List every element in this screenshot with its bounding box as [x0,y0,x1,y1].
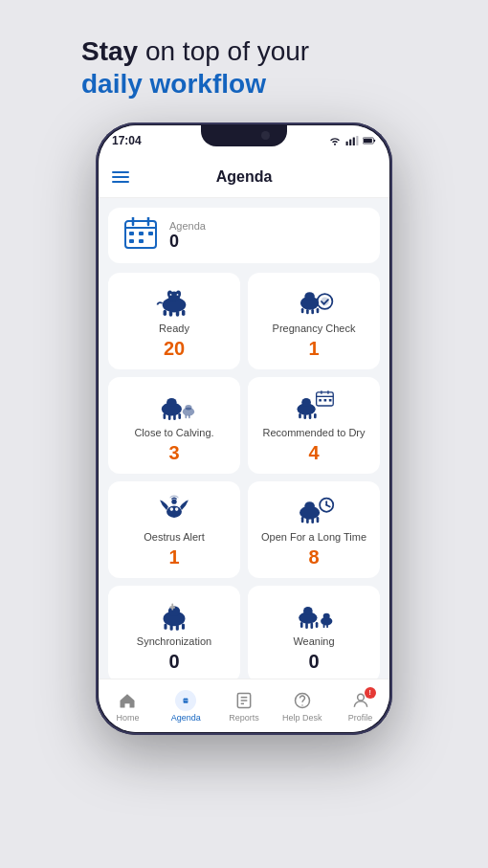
dry-label: Recommended to Dry [263,427,366,438]
nav-profile-label: Profile [348,713,373,723]
card-pregnancy-check[interactable]: Pregnancy Check 1 [248,273,380,369]
svg-rect-20 [176,311,180,317]
svg-rect-13 [148,232,153,235]
card-recommended-dry[interactable]: Recommended to Dry 4 [248,377,380,474]
bottom-nav: Home Agenda [99,679,389,732]
svg-rect-29 [301,308,304,313]
help-icon [292,690,313,711]
status-bar: 17:04 [99,125,389,156]
svg-rect-74 [170,625,173,631]
nav-agenda[interactable]: Agenda [157,690,215,723]
status-icons [328,136,376,145]
nav-help[interactable]: Help Desk [273,690,331,723]
svg-rect-93 [185,701,186,701]
headline-blue: daily workflow [81,69,407,100]
svg-point-58 [166,506,182,518]
svg-rect-82 [305,623,308,629]
open-long-label: Open For a Long Time [261,531,366,543]
nav-reports[interactable]: Reports [215,690,274,723]
svg-rect-12 [139,232,144,235]
svg-rect-54 [299,413,301,418]
card-oestrus[interactable]: Oestrus Alert 1 [108,481,240,578]
agenda-total-count: 0 [169,232,206,252]
card-weaning[interactable]: Weaning 0 [248,586,380,679]
weaning-icon [292,597,336,632]
reports-icon [233,690,255,711]
svg-rect-76 [182,624,185,630]
calving-label: Close to Calving. [134,427,213,438]
nav-home-label: Home [116,713,139,723]
svg-point-60 [175,508,179,512]
oestrus-label: Oestrus Alert [144,531,205,543]
headline-normal: on top of your [145,36,309,66]
svg-rect-2 [353,138,355,146]
svg-point-53 [301,398,311,407]
ready-value: 20 [164,338,185,360]
svg-rect-0 [346,142,348,145]
wifi-icon [328,136,342,145]
card-open-long[interactable]: Open For a Long Time 8 [248,481,380,578]
svg-rect-90 [184,700,189,701]
profile-badge: ! [365,687,376,699]
svg-point-80 [303,607,313,615]
agenda-icon [175,690,196,711]
pregnancy-icon [292,284,336,319]
svg-rect-43 [185,415,187,419]
svg-rect-26 [171,298,176,300]
card-synchronization[interactable]: Synchronization 0 [108,586,240,679]
nav-reports-label: Reports [229,713,259,723]
svg-point-28 [304,293,315,301]
signal-icon [345,136,359,145]
calving-value: 3 [168,442,179,464]
app-header: Agenda [99,156,389,198]
svg-rect-49 [319,399,322,402]
svg-rect-14 [129,239,134,243]
sync-icon [152,597,196,632]
oestrus-value: 1 [168,546,179,568]
card-ready[interactable]: Ready 20 [108,273,240,369]
status-time: 17:04 [112,134,142,147]
calving-icon [152,389,196,423]
svg-rect-5 [374,140,375,143]
svg-rect-57 [314,413,317,418]
svg-rect-56 [309,414,312,419]
card-close-calving[interactable]: Close to Calving. 3 [108,377,240,474]
svg-rect-32 [317,308,320,313]
home-icon [117,690,138,711]
svg-rect-31 [311,309,314,314]
svg-rect-66 [311,518,314,523]
svg-point-24 [170,294,172,296]
app-content: Agenda 0 [99,198,389,679]
nav-profile[interactable]: ! Profile [331,690,389,723]
svg-point-86 [323,613,330,619]
svg-rect-84 [316,622,319,628]
menu-button[interactable] [112,171,129,183]
nav-home[interactable]: Home [99,690,157,723]
svg-rect-55 [303,414,306,419]
svg-rect-75 [176,625,179,631]
svg-rect-51 [329,399,332,402]
svg-rect-73 [164,624,166,630]
svg-rect-92 [187,698,188,699]
svg-point-22 [167,291,172,298]
svg-rect-83 [310,623,313,629]
open-long-value: 8 [308,546,319,568]
svg-rect-94 [186,701,187,701]
svg-point-25 [177,294,179,296]
svg-rect-67 [317,517,320,523]
svg-point-23 [176,291,181,298]
agenda-summary-card: Agenda 0 [108,208,380,263]
svg-rect-78 [170,607,175,610]
svg-point-36 [166,398,177,407]
svg-point-63 [304,502,315,511]
svg-rect-50 [324,399,327,402]
dry-value: 4 [308,442,319,464]
svg-rect-19 [169,311,173,317]
battery-icon [363,136,376,145]
oestrus-icon [152,493,196,527]
svg-rect-37 [164,413,166,419]
profile-icon: ! [350,690,371,711]
svg-rect-91 [185,698,186,699]
svg-rect-44 [189,415,190,419]
svg-point-100 [301,704,302,705]
